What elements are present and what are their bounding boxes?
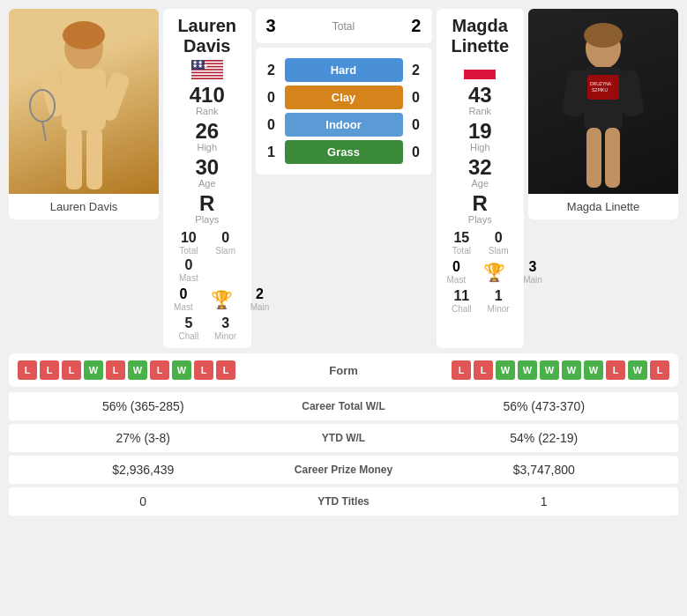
left-plays-label: Plays: [195, 214, 219, 225]
right-form-badges: LLWWWWWLWL: [379, 360, 670, 380]
titles-label: YTD Titles: [265, 495, 423, 508]
right-high-label: High: [470, 142, 490, 152]
right-slam: 0 Slam: [483, 230, 513, 256]
left-high-value: 26: [195, 121, 219, 142]
form-badge-l: L: [216, 360, 235, 380]
left-trophy-row: 0 Mast 🏆 2 Main: [174, 286, 241, 312]
form-badge-w: W: [562, 360, 581, 380]
svg-rect-14: [191, 73, 223, 75]
indoor-button[interactable]: Indoor: [285, 113, 403, 137]
prize-label: Career Prize Money: [265, 464, 423, 476]
center-block: 3 Total 2 2 Hard 2 0 Clay 0: [256, 9, 432, 348]
left-age-value: 30: [195, 157, 219, 178]
right-minor-label: Minor: [483, 304, 513, 314]
titles-right: 1: [423, 494, 666, 508]
right-total-label: Total: [447, 246, 477, 256]
indoor-right-score: 0: [407, 117, 425, 133]
right-rank-block: 43 Rank: [447, 85, 514, 116]
left-slam-value: 0: [211, 230, 241, 246]
right-age-label: Age: [471, 178, 489, 189]
svg-text:DRUZYNA: DRUZYNA: [590, 81, 612, 86]
svg-rect-5: [86, 128, 102, 189]
left-mast: 0 Mast: [174, 257, 204, 283]
form-badge-l: L: [62, 360, 81, 380]
left-chall-value: 5: [174, 315, 204, 331]
right-plays-block: R Plays: [447, 193, 514, 225]
usa-flag-icon: ★★★ ★★: [191, 60, 223, 79]
left-age-block: 30 Age: [174, 157, 241, 189]
left-minor-value: 3: [211, 315, 241, 331]
right-stats-grid: 15 Total 0 Slam 0 Mast 🏆 3 Main: [447, 230, 514, 314]
left-chall: 5 Chall: [174, 315, 204, 341]
ytd-wl-left: 27% (3-8): [22, 431, 265, 445]
left-rank-label: Rank: [196, 106, 219, 116]
svg-rect-20: [464, 70, 496, 79]
left-player-photo: [9, 9, 159, 194]
svg-rect-1: [62, 69, 106, 130]
career-wl-left: 56% (365-285): [22, 399, 265, 413]
left-player-photo-block: Lauren Davis: [9, 9, 159, 348]
clay-right-score: 0: [407, 90, 425, 106]
right-slam-label: Slam: [483, 246, 513, 256]
right-flag: [447, 60, 514, 79]
form-badge-w: W: [496, 360, 515, 380]
form-badge-l: L: [474, 360, 493, 380]
hard-button[interactable]: Hard: [285, 58, 403, 82]
form-badge-l: L: [18, 360, 37, 380]
titles-left: 0: [22, 494, 265, 508]
court-buttons: 2 Hard 2 0 Clay 0 0 Indoor 0: [256, 48, 432, 174]
right-name-span: Magda Linette: [451, 16, 509, 56]
left-rank-block: 410 Rank: [174, 85, 241, 116]
prize-row: $2,936,439 Career Prize Money $3,747,800: [9, 456, 678, 484]
total-label: Total: [332, 20, 355, 33]
right-minor: 1 Minor: [483, 288, 513, 314]
titles-row: 0 YTD Titles 1: [9, 487, 678, 516]
form-section: LLLWLWLWLL Form LLWWWWWLWL: [9, 353, 678, 387]
left-flag: ★★★ ★★: [174, 60, 241, 79]
grass-left-score: 1: [263, 145, 280, 160]
form-badge-l: L: [106, 360, 125, 380]
left-stats-grid: 10 Total 0 Slam 0 Mast 0 Mast 🏆: [174, 230, 241, 341]
grass-row: 1 Grass 0: [263, 140, 425, 164]
svg-rect-4: [66, 128, 82, 189]
total-row: 3 Total 2: [256, 9, 432, 43]
right-high-value: 19: [468, 121, 492, 142]
career-wl-row: 56% (365-285) Career Total W/L 56% (473-…: [9, 392, 678, 420]
indoor-left-score: 0: [263, 117, 280, 133]
svg-rect-19: [464, 60, 496, 70]
grass-button[interactable]: Grass: [285, 140, 403, 164]
right-age-block: 32 Age: [447, 157, 514, 189]
right-mast-value: 0: [452, 259, 460, 275]
form-badge-w: W: [84, 360, 103, 380]
right-stats-block: Magda Linette 43 Rank 19 High: [437, 9, 525, 348]
left-trophy-icon: 🏆: [211, 289, 233, 310]
form-badge-w: W: [540, 360, 559, 380]
right-chall-value: 11: [447, 288, 477, 304]
right-minor-value: 1: [483, 288, 513, 304]
left-total: 10 Total: [174, 230, 204, 256]
left-minor: 3 Minor: [211, 315, 241, 341]
left-plays-block: R Plays: [174, 193, 241, 225]
hard-left-score: 2: [263, 63, 280, 78]
main-container: Lauren Davis Lauren Davis: [0, 0, 687, 528]
right-player-silhouette: DRUZYNA SZPIKU: [537, 18, 669, 194]
left-total-label: Total: [174, 246, 204, 256]
svg-point-27: [584, 23, 623, 48]
right-player-caption: Magda Linette: [528, 194, 678, 219]
top-section: Lauren Davis Lauren Davis: [9, 9, 678, 348]
left-player-name-caption: Lauren Davis: [50, 200, 118, 213]
clay-button[interactable]: Clay: [285, 85, 403, 109]
poland-flag-icon: [464, 60, 496, 79]
ytd-wl-row: 27% (3-8) YTD W/L 54% (22-19): [9, 424, 678, 452]
form-badge-l: L: [194, 360, 213, 380]
right-trophy-row: 0 Mast 🏆 3 Main: [447, 259, 514, 285]
form-label: Form: [309, 364, 379, 377]
svg-point-8: [63, 21, 105, 49]
left-player-name: Lauren Davis: [174, 16, 241, 56]
right-plays-label: Plays: [468, 214, 492, 225]
clay-left-score: 0: [263, 90, 280, 106]
right-age-value: 32: [468, 157, 492, 178]
right-player-name: Magda Linette: [447, 16, 514, 56]
form-badge-w: W: [518, 360, 537, 380]
right-chall-label: Chall: [447, 304, 477, 314]
